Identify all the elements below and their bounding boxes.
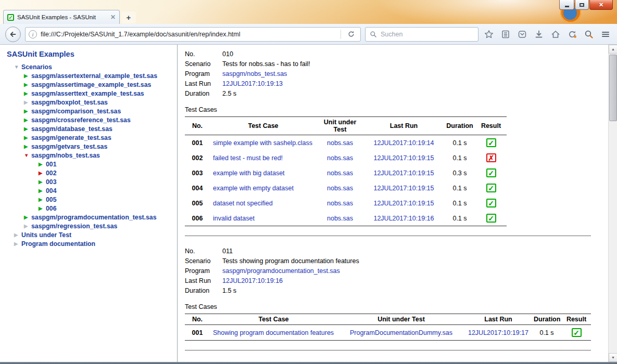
tree-item-3[interactable]: ▶saspgm/asserttext_example_test.sas <box>0 89 177 98</box>
search-addon-icon[interactable] <box>583 28 595 41</box>
expand-icon[interactable]: ▶ <box>24 126 31 132</box>
unit-under-test-link[interactable]: nobs.sas <box>317 165 363 180</box>
tree-item-15[interactable]: ▶005 <box>0 195 177 204</box>
expand-icon[interactable]: ▶ <box>24 90 31 96</box>
last-run-link[interactable]: 12JUL2017:10:19:15 <box>363 180 444 196</box>
scroll-down-icon[interactable]: ▼ <box>609 353 617 362</box>
tree-item-label[interactable]: saspgm/asserttext_example_test.sas <box>31 90 144 97</box>
tree-item-label[interactable]: 005 <box>46 196 57 203</box>
expand-icon[interactable]: ▶ <box>24 73 31 79</box>
tree-item-13[interactable]: ▶003 <box>0 177 177 186</box>
tree-item-label[interactable]: 003 <box>46 178 57 186</box>
new-tab-button[interactable]: + <box>121 11 136 23</box>
expand-icon[interactable]: ▶ <box>24 117 31 123</box>
minimize-button[interactable] <box>559 0 574 10</box>
page-info-icon[interactable]: i <box>29 30 37 38</box>
tree-item-10[interactable]: ▼saspgm/nobs_test.sas <box>0 151 177 160</box>
last-run-link[interactable]: 12JUL2017:10:19:15 <box>363 196 444 211</box>
tab-close-icon[interactable]: ✕ <box>110 14 116 21</box>
reload-button[interactable] <box>345 28 357 41</box>
last-run-link[interactable]: 12JUL2017:10:19:17 <box>465 325 532 341</box>
last-run-link[interactable]: 12JUL2017:10:19:15 <box>363 150 444 165</box>
unit-under-test-link[interactable]: nobs.sas <box>317 135 363 151</box>
tree-item-label[interactable]: 001 <box>46 161 57 168</box>
test-case-link[interactable]: dataset not specified <box>210 196 317 211</box>
expand-icon[interactable]: ▶ <box>39 205 46 211</box>
test-case-link[interactable]: example with big dataset <box>210 165 317 180</box>
tree-item-label[interactable]: saspgm/generate_test.sas <box>31 134 111 141</box>
scroll-up-icon[interactable]: ▲ <box>609 45 617 54</box>
url-text[interactable]: file:///C:/Projekte/SASUnit_1.7/example/… <box>41 31 337 38</box>
tree-item-label[interactable]: Program documentation <box>21 240 95 248</box>
tree-item-2[interactable]: ▶saspgm/assertimage_example_test.sas <box>0 80 177 89</box>
vertical-scrollbar[interactable]: ▲ ▼ <box>608 45 617 362</box>
collapse-icon[interactable]: ▼ <box>14 64 21 70</box>
expand-icon[interactable]: ▶ <box>24 223 31 229</box>
detail-value-link[interactable]: saspgm/programdocumentation_test.sas <box>222 266 340 276</box>
last-run-link[interactable]: 12JUL2017:10:19:14 <box>363 135 444 151</box>
test-case-link[interactable]: failed test - must be red! <box>210 150 317 165</box>
scrollbar-thumb[interactable] <box>609 55 617 121</box>
tree-item-14[interactable]: ▶004 <box>0 186 177 195</box>
tree-item-7[interactable]: ▶saspgm/database_test.sas <box>0 124 177 133</box>
tree-item-label[interactable]: Scenarios <box>21 63 52 71</box>
test-case-link[interactable]: Showing program documentation features <box>210 325 337 341</box>
unit-under-test-link[interactable]: nobs.sas <box>317 150 363 165</box>
detail-value-link[interactable]: 12JUL2017:10:19:13 <box>222 79 283 89</box>
tree-item-17[interactable]: ▶saspgm/programdocumentation_test.sas <box>0 213 177 222</box>
tree-item-label[interactable]: saspgm/regression_test.sas <box>31 223 117 230</box>
test-case-link[interactable]: invalid dataset <box>210 211 317 226</box>
unit-under-test-link[interactable]: nobs.sas <box>317 180 363 196</box>
tree-item-label[interactable]: saspgm/comparison_test.sas <box>31 108 121 115</box>
tree-item-label[interactable]: saspgm/getvars_test.sas <box>31 143 107 150</box>
tree-item-label[interactable]: saspgm/boxplot_test.sas <box>31 99 108 106</box>
test-case-link[interactable]: example with empty dataset <box>210 180 317 196</box>
collapse-icon[interactable]: ▼ <box>24 152 31 158</box>
downloads-icon[interactable] <box>533 28 545 41</box>
menu-icon[interactable] <box>599 28 612 41</box>
unit-under-test-link[interactable]: nobs.sas <box>317 211 363 226</box>
expand-icon[interactable]: ▶ <box>14 232 21 238</box>
tree-item-20[interactable]: ▶Program documentation <box>0 239 177 248</box>
last-run-link[interactable]: 12JUL2017:10:19:15 <box>363 165 444 180</box>
tree-item-label[interactable]: saspgm/programdocumentation_test.sas <box>31 214 157 221</box>
expand-icon[interactable]: ▶ <box>24 82 31 87</box>
search-input[interactable]: Suchen <box>381 31 402 38</box>
expand-icon[interactable]: ▶ <box>24 108 31 114</box>
back-button[interactable] <box>5 27 21 42</box>
unit-under-test-link[interactable]: ProgramDocumentationDummy.sas <box>337 325 465 341</box>
tree-item-11[interactable]: ▶001 <box>0 160 177 168</box>
tree-item-label[interactable]: 004 <box>46 187 57 194</box>
expand-icon[interactable]: ▶ <box>39 188 46 193</box>
close-button[interactable]: ✕ <box>589 0 613 10</box>
expand-icon[interactable]: ▶ <box>24 135 31 140</box>
tree-item-5[interactable]: ▶saspgm/comparison_test.sas <box>0 107 177 115</box>
tree-item-8[interactable]: ▶saspgm/generate_test.sas <box>0 133 177 142</box>
tree-item-4[interactable]: ▶saspgm/boxplot_test.sas <box>0 98 177 107</box>
tree-item-16[interactable]: ▶006 <box>0 204 177 213</box>
search-box[interactable]: Suchen <box>365 27 479 42</box>
tree-item-6[interactable]: ▶saspgm/crossreference_test.sas <box>0 115 177 124</box>
detail-value-link[interactable]: saspgm/nobs_test.sas <box>222 69 287 79</box>
tree-item-19[interactable]: ▶Units under Test <box>0 230 177 239</box>
tree-item-label[interactable]: 006 <box>46 205 57 212</box>
expand-icon[interactable]: ▶ <box>39 170 46 176</box>
maximize-button[interactable] <box>575 0 589 10</box>
tree-item-label[interactable]: saspgm/assertexternal_example_test.sas <box>31 72 157 80</box>
tree-item-18[interactable]: ▶saspgm/regression_test.sas <box>0 222 177 230</box>
tree-item-label[interactable]: saspgm/database_test.sas <box>31 125 112 133</box>
tree-item-label[interactable]: saspgm/nobs_test.sas <box>31 152 100 159</box>
tree-item-label[interactable]: Units under Test <box>21 231 71 239</box>
tree-item-label[interactable]: 002 <box>46 170 57 177</box>
home-icon[interactable] <box>549 28 562 41</box>
bookmark-star-icon[interactable] <box>483 28 495 41</box>
expand-icon[interactable]: ▶ <box>24 99 31 105</box>
tree-item-label[interactable]: saspgm/assertimage_example_test.sas <box>31 81 151 88</box>
unit-under-test-link[interactable]: nobs.sas <box>317 196 363 211</box>
expand-icon[interactable]: ▶ <box>14 241 21 246</box>
expand-icon[interactable]: ▶ <box>24 214 31 220</box>
sync-icon[interactable] <box>566 28 578 41</box>
tree-item-0[interactable]: ▼Scenarios <box>0 62 177 71</box>
detail-value-link[interactable]: 12JUL2017:10:19:16 <box>222 276 283 286</box>
bookmarks-menu-icon[interactable] <box>499 28 512 41</box>
